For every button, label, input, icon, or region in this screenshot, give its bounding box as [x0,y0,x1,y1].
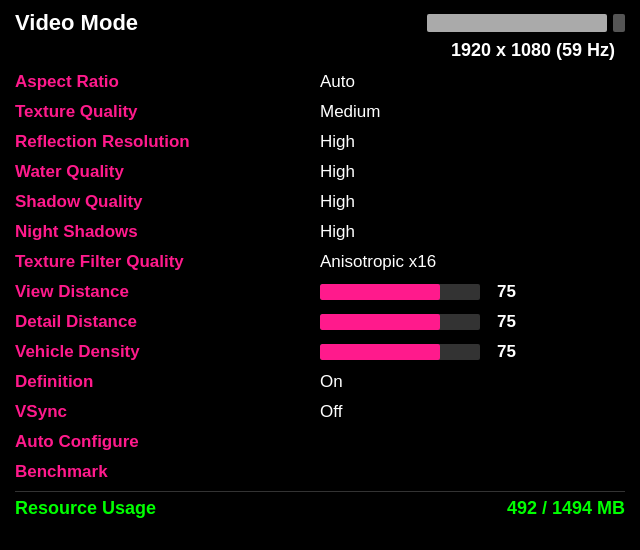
setting-label-8: Detail Distance [15,312,320,332]
setting-label-12: Auto Configure [15,432,320,452]
setting-row[interactable]: Benchmark [15,457,625,487]
setting-value-1: Medium [320,102,625,122]
resource-value: 492 / 1494 MB [507,498,625,519]
setting-label-13: Benchmark [15,462,320,482]
setting-value-0: Auto [320,72,625,92]
setting-row: Water QualityHigh [15,157,625,187]
main-container: Video Mode 1920 x 1080 (59 Hz) Aspect Ra… [0,0,640,550]
setting-value-11: Off [320,402,625,422]
setting-label-6: Texture Filter Quality [15,252,320,272]
setting-label-10: Definition [15,372,320,392]
setting-label-0: Aspect Ratio [15,72,320,92]
slider-container-8[interactable]: 75 [320,312,625,332]
resolution-bar [427,14,607,32]
setting-row: View Distance75 [15,277,625,307]
resource-label: Resource Usage [15,498,156,519]
setting-row: Night ShadowsHigh [15,217,625,247]
slider-track-7 [320,284,480,300]
slider-fill-9 [320,344,440,360]
setting-label-2: Reflection Resolution [15,132,320,152]
setting-row: Texture Filter QualityAnisotropic x16 [15,247,625,277]
setting-row: Reflection ResolutionHigh [15,127,625,157]
header-row: Video Mode [15,10,625,36]
setting-label-7: View Distance [15,282,320,302]
slider-number-8: 75 [488,312,516,332]
setting-label-11: VSync [15,402,320,422]
slider-track-9 [320,344,480,360]
setting-row: DefinitionOn [15,367,625,397]
slider-container-9[interactable]: 75 [320,342,625,362]
setting-label-5: Night Shadows [15,222,320,242]
setting-row: Aspect RatioAuto [15,67,625,97]
setting-row: Shadow QualityHigh [15,187,625,217]
setting-label-4: Shadow Quality [15,192,320,212]
resolution-text: 1920 x 1080 (59 Hz) [15,40,625,61]
slider-number-7: 75 [488,282,516,302]
slider-track-8 [320,314,480,330]
setting-value-2: High [320,132,625,152]
resolution-bar-container [427,14,625,32]
setting-label-3: Water Quality [15,162,320,182]
slider-fill-8 [320,314,440,330]
slider-container-7[interactable]: 75 [320,282,625,302]
setting-row: Detail Distance75 [15,307,625,337]
setting-label-9: Vehicle Density [15,342,320,362]
setting-value-5: High [320,222,625,242]
setting-row: Texture QualityMedium [15,97,625,127]
settings-table: Aspect RatioAutoTexture QualityMediumRef… [15,67,625,487]
setting-value-4: High [320,192,625,212]
setting-value-10: On [320,372,625,392]
setting-value-6: Anisotropic x16 [320,252,625,272]
slider-fill-7 [320,284,440,300]
resolution-bar-end [613,14,625,32]
setting-label-1: Texture Quality [15,102,320,122]
resource-row: Resource Usage 492 / 1494 MB [15,491,625,525]
setting-value-3: High [320,162,625,182]
slider-number-9: 75 [488,342,516,362]
setting-row[interactable]: Auto Configure [15,427,625,457]
video-mode-title: Video Mode [15,10,138,36]
setting-row: VSyncOff [15,397,625,427]
setting-row: Vehicle Density75 [15,337,625,367]
